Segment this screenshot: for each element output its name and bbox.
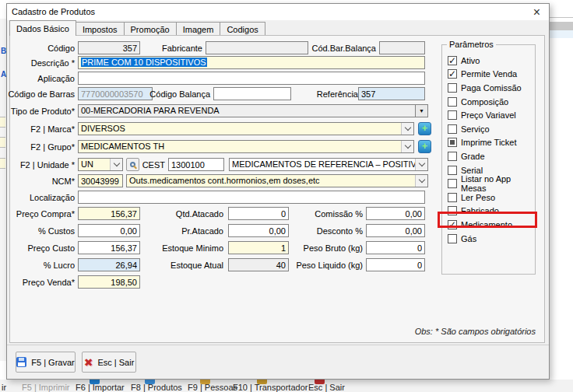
field-desconto[interactable] [366, 224, 425, 237]
exit-button[interactable]: ✖ Esc | Sair [82, 352, 136, 373]
field-comissao[interactable] [366, 207, 425, 220]
field-preco-custo[interactable] [78, 241, 140, 254]
label-codigo-balanca: Código Balança [149, 89, 210, 100]
checkbox-unchecked-icon[interactable] [448, 83, 457, 93]
checkbox-filled-icon[interactable] [448, 138, 457, 147]
combo-grupo[interactable]: MEDICAMENTOS TH [78, 140, 414, 153]
label-referencia: Referência [317, 89, 358, 100]
field-codigo[interactable] [78, 41, 140, 54]
param-gas[interactable]: Gás [448, 232, 535, 246]
toolbar-item-cut[interactable]: ir [2, 383, 6, 392]
label-codigo: Código [47, 44, 75, 54]
param-permite-venda[interactable]: Permite Venda [448, 68, 535, 82]
add-grupo-button[interactable]: + [418, 140, 431, 153]
param-label: Listar no App Mesas [461, 174, 535, 193]
field-preco-compra[interactable] [78, 207, 140, 220]
combo-cest-descricao[interactable]: MEDICAMENTOS DE REFERENCIA – POSITIVA, E… [229, 158, 428, 171]
toolbar-item-importar[interactable]: F6 | Importar [76, 383, 125, 392]
field-custos[interactable] [78, 224, 140, 237]
exit-button-label: Esc | Sair [97, 358, 134, 367]
field-pr-atacado[interactable] [228, 224, 289, 237]
parametros-title: Parâmetros [447, 40, 496, 49]
toolbar-item-produtos[interactable]: F8 | Produtos [131, 383, 182, 392]
field-codigo-barras[interactable] [78, 87, 153, 100]
combo-ncm-descricao[interactable]: Outs.medicamentos cont.hormonios,em dose… [126, 174, 428, 187]
checkbox-unchecked-icon[interactable] [448, 152, 457, 161]
param-listar-app-mesas[interactable]: Listar no App Mesas [448, 177, 535, 191]
field-preco-venda[interactable] [78, 275, 140, 289]
label-estoque-minimo: Estoque Minimo [162, 243, 223, 254]
field-localizacao[interactable] [78, 191, 425, 204]
param-preco-variavel[interactable]: Preço Variavel [448, 108, 535, 122]
tab-promocao[interactable]: Promoção [124, 22, 177, 36]
field-descricao[interactable]: PRIME COM 10 DISPOSITIVOS [78, 56, 425, 69]
dropdown-arrow-icon[interactable]: ▼ [415, 105, 427, 117]
label-unidade: F2 | Unidade * [20, 160, 75, 170]
toolbar-item-transportador[interactable]: F10 | Transportador [233, 383, 308, 392]
param-servico[interactable]: Serviço [448, 122, 535, 136]
param-grade[interactable]: Grade [448, 149, 535, 163]
checkbox-unchecked-icon[interactable] [448, 193, 457, 202]
medicamento-highlight-box [438, 212, 537, 228]
toolbar-item-pessoas[interactable]: F9 | Pessoas [188, 383, 237, 392]
tab-impostos[interactable]: Impostos [76, 22, 125, 36]
combo-unidade-value: UN [79, 159, 110, 170]
toolbar-item-sair[interactable]: Esc | Sair [308, 383, 345, 392]
screen: B A ir F5 | Imprimir F6 | Importar F8 | … [0, 0, 573, 392]
tab-dados-basico[interactable]: Dados Básico [9, 20, 76, 36]
label-grupo: F2 | Grupo* [30, 142, 75, 152]
tab-codigos[interactable]: Codigos [220, 22, 265, 36]
field-fabricante[interactable] [206, 41, 308, 54]
background-grid-line [550, 17, 573, 18]
label-codigo-barras: Código de Barras [8, 89, 75, 100]
checkbox-unchecked-icon[interactable] [448, 234, 457, 243]
window-title: Cadastro de Produtos [12, 7, 95, 16]
field-qtd-atacado[interactable] [228, 207, 289, 220]
field-cod-bar-balanca[interactable] [379, 41, 425, 54]
field-referencia[interactable] [358, 87, 425, 100]
field-cest[interactable] [168, 158, 224, 171]
param-ativo[interactable]: Ativo [448, 54, 535, 68]
field-estoque-minimo[interactable] [228, 241, 289, 254]
add-marca-button[interactable]: + [418, 122, 431, 135]
label-desconto: Desconto % [317, 226, 363, 236]
save-button[interactable]: F5 | Gravar [16, 352, 76, 373]
toolbar-item-imprimir[interactable]: F5 | Imprimir [22, 383, 70, 392]
field-peso-liquido[interactable] [366, 258, 425, 271]
param-paga-comissao[interactable]: Paga Comissão [448, 81, 535, 95]
chevron-down-icon[interactable] [415, 159, 427, 170]
checkbox-unchecked-icon[interactable] [448, 166, 457, 175]
field-codigo-balanca[interactable] [213, 87, 291, 100]
close-icon[interactable]: × [525, 4, 549, 20]
tab-imagem[interactable]: Imagem [176, 22, 221, 36]
label-comissao: Comissão % [315, 209, 363, 219]
checkbox-unchecked-icon[interactable] [448, 97, 457, 107]
checkbox-unchecked-icon[interactable] [448, 124, 457, 134]
param-label: Grade [461, 152, 485, 161]
checkbox-checked-icon[interactable] [448, 69, 457, 79]
checkbox-unchecked-icon[interactable] [448, 110, 457, 120]
checkbox-unchecked-icon[interactable] [448, 179, 457, 188]
field-aplicacao[interactable] [78, 72, 425, 85]
background-field-fragment [0, 158, 5, 169]
label-ncm: NCM* [52, 177, 75, 187]
background-grid-header [550, 22, 573, 30]
field-lucro[interactable] [78, 258, 140, 271]
chevron-down-icon[interactable] [401, 141, 413, 152]
chevron-down-icon[interactable] [415, 175, 427, 187]
chevron-down-icon[interactable] [110, 159, 122, 170]
label-qtd-atacado: Qtd.Atacado [176, 209, 223, 219]
search-unidade-button[interactable] [126, 158, 139, 171]
background-field-fragment [0, 117, 5, 128]
checkbox-checked-icon[interactable] [448, 56, 457, 65]
combo-tipo-produto[interactable]: 00-MERCADORIA PARA REVENDA ▼ [78, 104, 428, 117]
combo-marca[interactable]: DIVERSOS [78, 122, 414, 135]
combo-unidade[interactable]: UN [78, 158, 123, 171]
field-ncm[interactable] [78, 174, 123, 187]
chevron-down-icon[interactable] [401, 123, 413, 135]
param-composicao[interactable]: Composição [448, 95, 535, 109]
field-peso-bruto[interactable] [366, 241, 425, 254]
param-imprime-ticket[interactable]: Imprime Ticket [448, 136, 535, 150]
field-estoque-atual[interactable] [228, 258, 289, 271]
label-localizacao: Localização [30, 193, 75, 203]
